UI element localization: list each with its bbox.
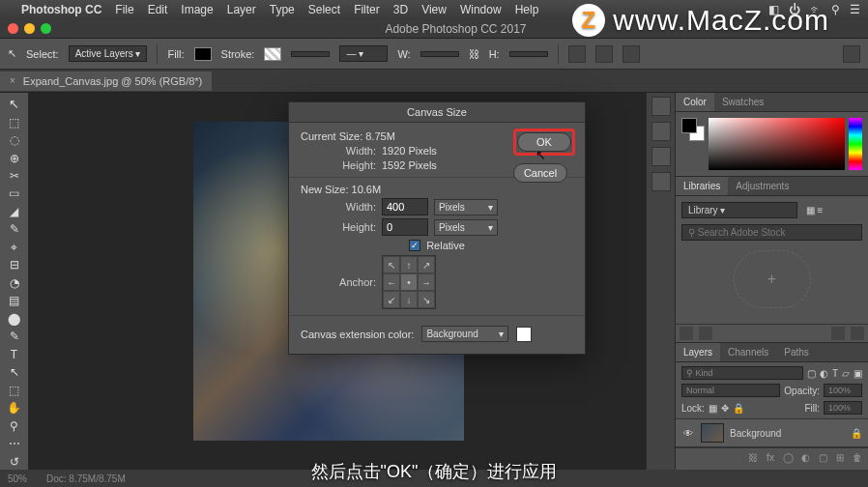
arrange-icon[interactable] [622, 45, 640, 63]
dodge-tool[interactable]: ⬤ [4, 311, 25, 327]
anchor-se[interactable]: ↘ [418, 291, 435, 308]
anchor-c[interactable]: • [400, 273, 418, 291]
close-tab-icon[interactable]: × [10, 75, 15, 86]
new-width-unit[interactable]: Pixels▾ [434, 199, 498, 215]
crop-tool[interactable]: ✂ [4, 168, 25, 184]
hue-slider[interactable] [849, 118, 862, 170]
library-sort-icon[interactable]: ≡ [818, 205, 824, 215]
properties-panel-icon[interactable] [651, 122, 671, 141]
height-input[interactable] [509, 51, 548, 57]
lock-all-icon[interactable]: 🔒 [733, 403, 744, 414]
menu-help[interactable]: Help [515, 3, 539, 16]
history-panel-icon[interactable] [651, 97, 671, 116]
fill-value[interactable]: 100% [824, 401, 862, 415]
path-op-icon[interactable] [568, 45, 586, 63]
extension-color-dropdown[interactable]: Background▾ [421, 326, 508, 342]
document-tab[interactable]: × Expand_Canvas.jpg @ 50% (RGB/8*) [0, 72, 212, 91]
anchor-e[interactable]: → [418, 273, 435, 291]
filter-pixel-icon[interactable]: ▢ [807, 368, 816, 379]
zoom-tool[interactable]: ⚲ [4, 418, 25, 434]
stroke-width[interactable] [291, 51, 330, 57]
type-tool[interactable]: T [4, 347, 25, 362]
app-name[interactable]: Photoshop CC [21, 3, 101, 16]
menu-type[interactable]: Type [270, 3, 295, 16]
tab-paths[interactable]: Paths [776, 343, 817, 361]
tab-layers[interactable]: Layers [676, 343, 720, 361]
new-height-unit[interactable]: Pixels▾ [434, 219, 498, 236]
anchor-grid[interactable]: ↖ ↑ ↗ ← • → ↙ ↓ ↘ [382, 255, 436, 309]
layer-filter-kind[interactable]: ⚲ Kind [681, 366, 803, 380]
lock-position-icon[interactable]: ✥ [721, 403, 729, 414]
clone-tool[interactable]: ⊟ [4, 257, 25, 272]
menu-select[interactable]: Select [308, 3, 340, 16]
opacity-value[interactable]: 100% [824, 384, 862, 397]
foreground-color[interactable] [681, 118, 697, 133]
pen-tool[interactable]: ✎ [4, 329, 25, 344]
lib-add-icon[interactable] [680, 327, 693, 340]
anchor-nw[interactable]: ↖ [383, 256, 400, 273]
layer-name[interactable]: Background [730, 428, 781, 439]
menu-image[interactable]: Image [181, 3, 213, 16]
eyedropper-tool[interactable]: ◢ [4, 204, 25, 219]
layer-row[interactable]: 👁 Background 🔒 [676, 418, 868, 447]
anchor-ne[interactable]: ↗ [418, 256, 435, 273]
select-dropdown[interactable]: Active Layers ▾ [69, 45, 148, 62]
filter-smart-icon[interactable]: ▣ [854, 368, 862, 379]
shape-tool[interactable]: ⬚ [4, 383, 25, 398]
ok-button[interactable]: OK [517, 132, 571, 152]
more-tools[interactable]: ⋯ [4, 436, 25, 451]
library-view-icon[interactable]: ▦ [806, 205, 815, 215]
frame-tool[interactable]: ▭ [4, 186, 25, 201]
fill-swatch[interactable] [194, 47, 212, 61]
lib-stock-icon[interactable] [699, 327, 712, 340]
color-field[interactable] [709, 118, 845, 170]
relative-checkbox[interactable]: ✓ [409, 240, 420, 251]
blend-mode-dropdown[interactable]: Normal [681, 384, 780, 397]
library-dropdown[interactable]: Library ▾ [681, 202, 797, 218]
align-icon[interactable] [595, 45, 613, 63]
stroke-swatch[interactable] [264, 47, 281, 61]
search-icon[interactable]: ⚲ [831, 3, 840, 16]
anchor-w[interactable]: ← [383, 273, 400, 291]
layer-thumbnail[interactable] [701, 423, 724, 443]
quick-select-tool[interactable]: ⊕ [4, 150, 25, 165]
healing-tool[interactable]: ⌖ [4, 240, 25, 255]
close-window-button[interactable] [8, 23, 18, 34]
layer-lock-icon[interactable]: 🔒 [851, 428, 862, 439]
library-search[interactable]: ⚲ Search Adobe Stock [681, 224, 862, 241]
marquee-tool[interactable]: ⬚ [4, 114, 25, 129]
extension-color-swatch[interactable] [516, 327, 532, 342]
new-width-input[interactable] [382, 198, 428, 215]
cancel-button[interactable]: Cancel [513, 163, 567, 183]
filter-type-icon[interactable]: T [832, 368, 838, 379]
maximize-window-button[interactable] [41, 23, 51, 34]
anchor-sw[interactable]: ↙ [383, 291, 400, 308]
path-select-tool[interactable]: ↖ [4, 364, 25, 380]
library-dropzone[interactable] [734, 250, 811, 308]
workspace-icon[interactable] [843, 45, 860, 63]
menu-view[interactable]: View [421, 3, 447, 16]
tab-swatches[interactable]: Swatches [714, 93, 771, 111]
tab-adjustments[interactable]: Adjustments [728, 177, 796, 195]
character-panel-icon[interactable] [651, 147, 671, 166]
filter-shape-icon[interactable]: ▱ [842, 368, 850, 379]
move-tool-icon[interactable]: ↖ [8, 47, 16, 60]
anchor-n[interactable]: ↑ [400, 256, 418, 273]
eraser-tool[interactable]: ◔ [4, 275, 25, 291]
width-input[interactable] [420, 51, 459, 57]
menu-file[interactable]: File [115, 3, 133, 16]
menu-icon[interactable]: ☰ [850, 3, 860, 16]
gradient-tool[interactable]: ▤ [4, 293, 25, 308]
new-height-input[interactable] [382, 218, 428, 236]
anchor-s[interactable]: ↓ [400, 291, 418, 308]
lasso-tool[interactable]: ◌ [4, 132, 25, 148]
menu-window[interactable]: Window [460, 3, 502, 16]
layer-visibility-icon[interactable]: 👁 [681, 428, 695, 439]
stroke-style[interactable]: — ▾ [339, 45, 388, 62]
menu-3d[interactable]: 3D [393, 3, 408, 16]
hand-tool[interactable]: ✋ [4, 400, 25, 415]
tab-libraries[interactable]: Libraries [676, 177, 728, 195]
menu-edit[interactable]: Edit [148, 3, 168, 16]
tab-channels[interactable]: Channels [720, 343, 776, 361]
lib-sync-icon[interactable] [831, 327, 845, 340]
